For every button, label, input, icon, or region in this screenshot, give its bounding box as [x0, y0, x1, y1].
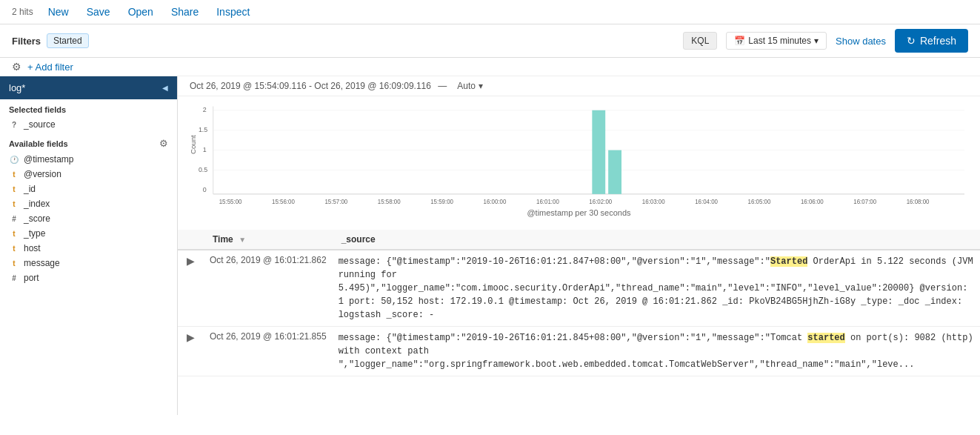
add-filter-row: ⚙ + Add filter [0, 58, 980, 76]
field-host[interactable]: t host [0, 241, 177, 256]
chevron-left-icon: ◀ [162, 84, 168, 92]
refresh-button[interactable]: ↻ Refresh [895, 29, 968, 53]
chart-x-axis-label: @timestamp per 30 seconds [190, 208, 968, 220]
top-bar: 2 hits New Save Open Share Inspect [0, 0, 980, 24]
field-message[interactable]: t message [0, 256, 177, 270]
auto-select[interactable]: Auto ▾ [457, 81, 483, 91]
index-pattern-label: log* [9, 82, 25, 93]
sidebar: log* ◀ Selected fields ? _source Availab… [0, 76, 178, 415]
histogram-chart: 2 1.5 1 0.5 0 [190, 102, 968, 206]
highlight-started-2: started [807, 333, 844, 343]
chevron-down-icon: ▾ [814, 36, 819, 46]
add-filter-link[interactable]: + Add filter [27, 62, 73, 73]
chart-time-range: Oct 26, 2019 @ 15:54:09.116 - Oct 26, 20… [190, 81, 451, 91]
table-row: ▶ Oct 26, 2019 @ 16:01:21.855 message: {… [178, 327, 980, 376]
text-type-icon-message: t [9, 259, 19, 268]
svg-text:16:04:00: 16:04:00 [695, 198, 718, 205]
inspect-button[interactable]: Inspect [213, 4, 253, 19]
active-filter-tag[interactable]: Started [47, 33, 89, 48]
filters-label: Filters [12, 36, 41, 47]
svg-text:2: 2 [203, 106, 207, 113]
numeric-type-icon-score: # [9, 215, 19, 223]
results-area[interactable]: Time ▼ _source ▶ Oct 26, 2 [178, 230, 980, 415]
available-fields-header: Available fields ⚙ [0, 132, 177, 152]
field-name-source: _source [24, 119, 56, 130]
index-pattern[interactable]: log* ◀ [0, 76, 177, 99]
text-type-icon-id: t [9, 185, 19, 193]
text-type-icon-host: t [9, 245, 19, 253]
time-cell-1: Oct 26, 2019 @ 16:01:21.862 [204, 250, 333, 327]
field-timestamp[interactable]: 🕐 @timestamp [0, 152, 177, 167]
table-row: ▶ Oct 26, 2019 @ 16:01:21.862 message: {… [178, 250, 980, 327]
time-cell-2: Oct 26, 2019 @ 16:01:21.855 [204, 327, 333, 376]
refresh-icon: ↻ [907, 35, 916, 47]
main-layout: log* ◀ Selected fields ? _source Availab… [0, 76, 980, 415]
time-picker[interactable]: 📅 Last 15 minutes ▾ [726, 32, 827, 50]
field-version[interactable]: t @version [0, 167, 177, 182]
svg-text:16:01:00: 16:01:00 [536, 198, 559, 205]
calendar-icon: 📅 [734, 36, 745, 46]
svg-text:15:59:00: 15:59:00 [430, 198, 453, 205]
field-name-index: _index [24, 199, 50, 209]
text-type-icon-type: t [9, 230, 19, 238]
field-name-score: _score [24, 213, 50, 224]
field-type[interactable]: t _type [0, 226, 177, 241]
field-score[interactable]: # _score [0, 211, 177, 226]
th-expand [178, 230, 204, 250]
new-button[interactable]: New [45, 4, 72, 19]
svg-text:16:07:00: 16:07:00 [853, 198, 876, 205]
source-cell-1: message: {"@timestamp":"2019-10-26T16:01… [333, 250, 980, 327]
gear-icon[interactable]: ⚙ [12, 61, 21, 73]
svg-rect-11 [592, 110, 605, 194]
svg-text:0.5: 0.5 [199, 165, 207, 173]
source-cell-2: message: {"@timestamp":"2019-10-26T16:01… [333, 327, 980, 376]
selected-field-source[interactable]: ? _source [0, 117, 177, 132]
svg-text:15:57:00: 15:57:00 [324, 198, 347, 205]
field-name-version: @version [24, 169, 61, 179]
sort-icon-time: ▼ [239, 236, 246, 244]
svg-text:16:05:00: 16:05:00 [748, 198, 771, 205]
time-range-label: Last 15 minutes [748, 36, 811, 46]
svg-text:16:08:00: 16:08:00 [907, 198, 930, 205]
show-dates-button[interactable]: Show dates [836, 36, 886, 47]
expand-row-2-button[interactable]: ▶ [184, 331, 198, 343]
hits-count: 2 hits [12, 7, 33, 17]
content-area: Oct 26, 2019 @ 15:54:09.116 - Oct 26, 20… [178, 76, 980, 415]
svg-rect-12 [608, 150, 621, 194]
chevron-down-icon-auto: ▾ [479, 81, 483, 91]
auto-label: Auto [457, 81, 476, 91]
expand-row-1-button[interactable]: ▶ [184, 255, 198, 267]
filters-right: KQL 📅 Last 15 minutes ▾ Show dates ↻ Ref… [683, 29, 968, 53]
numeric-type-icon-port: # [9, 274, 19, 282]
svg-text:16:02:00: 16:02:00 [589, 198, 612, 205]
svg-text:1.5: 1.5 [199, 126, 207, 133]
svg-text:Count: Count [190, 135, 197, 154]
open-button[interactable]: Open [125, 4, 156, 19]
field-index[interactable]: t _index [0, 196, 177, 211]
svg-text:16:06:00: 16:06:00 [801, 198, 824, 205]
kql-button[interactable]: KQL [683, 32, 717, 50]
save-button[interactable]: Save [84, 4, 113, 19]
svg-text:15:58:00: 15:58:00 [378, 198, 401, 205]
svg-text:0: 0 [203, 185, 207, 193]
field-type-question-icon: ? [9, 121, 19, 129]
text-type-icon-index: t [9, 200, 19, 208]
text-type-icon-version: t [9, 170, 19, 179]
field-id[interactable]: t _id [0, 182, 177, 196]
svg-text:15:55:00: 15:55:00 [219, 198, 242, 205]
th-source: _source [333, 230, 980, 250]
th-time[interactable]: Time ▼ [204, 230, 333, 250]
results-table: Time ▼ _source ▶ Oct 26, 2 [178, 230, 980, 376]
svg-text:1: 1 [203, 145, 207, 153]
share-button[interactable]: Share [168, 4, 201, 19]
field-name-message: message [24, 258, 60, 268]
available-fields-gear-icon[interactable]: ⚙ [159, 138, 168, 149]
field-port[interactable]: # port [0, 270, 177, 285]
time-range-bar: Oct 26, 2019 @ 15:54:09.116 - Oct 26, 20… [178, 76, 980, 96]
selected-fields-label: Selected fields [0, 99, 177, 117]
clock-icon: 🕐 [9, 156, 19, 164]
refresh-label: Refresh [920, 35, 956, 47]
field-name-id: _id [24, 184, 36, 194]
svg-text:16:00:00: 16:00:00 [484, 198, 507, 205]
chart-area: 2 1.5 1 0.5 0 [178, 96, 980, 230]
